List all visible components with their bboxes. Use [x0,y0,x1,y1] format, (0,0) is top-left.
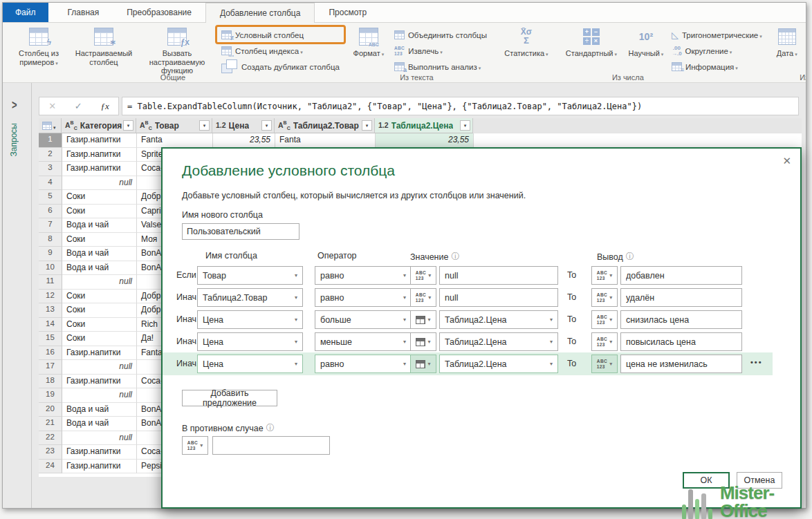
row-number[interactable]: 10 [39,261,62,276]
row-number[interactable]: 16 [39,346,62,361]
ribbon-button[interactable]: ≠Условный столбец [221,29,340,41]
filter-button[interactable]: ▾ [199,120,210,131]
row-number[interactable]: 7 [39,218,62,233]
row-number[interactable]: 3 [39,162,62,176]
row-number[interactable]: 2 [39,148,62,162]
tab-Главная[interactable]: Главная [54,3,113,22]
table-cell[interactable]: Газир.напитки [62,133,137,148]
tab-Добавление столбца[interactable]: Добавление столбца [205,3,315,23]
table-cell[interactable]: null [62,388,137,403]
table-cell[interactable]: Соки [62,233,137,247]
table-cell[interactable]: Газир.напитки [62,460,137,474]
row-number[interactable]: 8 [39,233,62,247]
row-number[interactable]: 4 [39,176,62,191]
ribbon-button[interactable]: Объединить столбцы [394,29,487,41]
fx-icon[interactable]: ƒx [100,101,109,112]
ribbon-button[interactable]: ∗Настраиваемый столбец [71,25,136,68]
cancel-formula-icon[interactable]: ✕ [48,101,56,111]
ribbon-button[interactable]: ABCФормат▾ [347,25,391,59]
ribbon-button[interactable]: aВыполнить анализ▾ [394,61,487,73]
value-type-button[interactable]: ABC123▾ [410,266,436,285]
table-cell[interactable]: Соки [62,303,137,318]
ribbon-button[interactable]: 10²Научный▾ [624,25,668,59]
expand-pane-icon[interactable]: > [12,97,17,111]
table-header-cell[interactable]: ABCКатегория▾ [62,118,136,133]
column-dropdown[interactable]: Цена▾ [197,310,303,329]
tab-Просмотр[interactable]: Просмотр [315,3,380,22]
filter-button[interactable]: ▾ [123,120,133,131]
value-type-button[interactable]: ▾ [410,355,436,373]
table-cell[interactable]: Соки [62,190,137,205]
row-number[interactable]: 17 [39,360,62,375]
row-number[interactable]: 6 [39,205,62,219]
value-input[interactable] [439,288,558,307]
filter-button[interactable]: ▾ [362,120,372,131]
formula-input[interactable]: = Table.ExpandTableColumn(Источник, "Таб… [122,97,799,115]
column-dropdown[interactable]: Таблица2.Товар▾ [197,288,303,307]
table-cell[interactable]: Вода и чай [62,247,137,261]
value-type-button[interactable]: ABC123▾ [410,288,436,307]
table-cell[interactable]: Газир.напитки [62,346,137,361]
table-cell[interactable]: Газир.напитки [62,162,137,176]
table-cell[interactable]: Соки [62,205,137,219]
table-cell[interactable]: null [62,360,137,375]
operator-dropdown[interactable]: равно▾ [315,266,412,285]
ribbon-button[interactable]: ◺Тригонометрические▾ [672,29,762,41]
ribbon-button[interactable]: Время▾ [805,25,806,59]
value-dropdown[interactable]: Таблица2.Цена▾ [439,310,558,329]
filter-button[interactable]: ▾ [261,120,272,131]
filter-button[interactable]: ▾ [460,120,470,131]
table-cell[interactable]: Соки [62,318,137,332]
output-type-button[interactable]: ABC123▾ [591,355,618,373]
value-dropdown[interactable]: Таблица2.Цена▾ [439,332,558,351]
output-type-button[interactable]: ABC123▾ [591,310,618,329]
ribbon-button[interactable]: .00→.0Округление▾ [672,45,762,57]
row-number[interactable]: 9 [39,247,62,261]
ribbon-button[interactable]: +−÷×Стандартный▾ [559,25,624,59]
tab-file[interactable]: Файл [3,3,48,22]
table-cell[interactable]: Вода и чай [62,218,137,233]
ribbon-button[interactable]: ≡Информация▾ [672,61,762,73]
operator-dropdown[interactable]: равно▾ [315,288,412,307]
row-number[interactable]: 13 [39,303,62,318]
operator-dropdown[interactable]: равно▾ [315,355,412,373]
row-number[interactable]: 24 [39,460,62,474]
table-cell[interactable]: Газир.напитки [62,445,137,460]
output-input[interactable] [620,266,742,285]
table-header-cell[interactable]: 1.2Цена▾ [212,118,275,133]
select-all-cell[interactable]: ▾ [39,118,62,133]
operator-dropdown[interactable]: больше▾ [315,310,412,329]
table-cell[interactable]: Соки [62,290,137,304]
row-number[interactable]: 23 [39,445,62,460]
table-cell[interactable]: Вода и чай [62,417,137,431]
row-number[interactable]: 1 [39,133,62,148]
ribbon-button[interactable]: X̄σΣСтатистика▾ [494,25,559,59]
ribbon-button[interactable]: Дата▾ [769,25,805,59]
value-type-button[interactable]: ▾ [410,332,436,351]
queries-pane-collapsed[interactable]: > Запросы [3,83,32,508]
value-type-button[interactable]: ▾ [410,310,436,329]
table-header-cell[interactable]: ABCТаблица2.Товар▾ [275,118,375,133]
row-number[interactable]: 12 [39,290,62,304]
column-dropdown[interactable]: Цена▾ [197,355,303,373]
table-cell[interactable]: Вода и чай [62,261,137,276]
output-type-button[interactable]: ABC123▾ [591,266,618,285]
row-menu-dots[interactable]: ••• [750,358,763,366]
row-number[interactable]: 19 [39,388,62,403]
operator-dropdown[interactable]: меньше▾ [315,332,412,351]
table-cell[interactable]: Соки [62,332,137,346]
output-type-button[interactable]: ABC123▾ [591,332,618,351]
row-number[interactable]: 20 [39,403,62,417]
ribbon-button[interactable]: ƒxВызвать настраиваемую функцию [136,25,218,77]
table-header-cell[interactable]: 1.2Таблица2.Цена▾ [375,118,473,133]
table-cell[interactable]: Fanta [137,133,213,148]
output-input[interactable] [620,355,742,373]
table-cell[interactable]: null [62,275,137,290]
output-input[interactable] [620,288,742,307]
table-header-cell[interactable]: ABCТовар▾ [136,118,212,133]
ribbon-button[interactable]: Создать дубликат столбца [221,61,340,73]
row-number[interactable]: 15 [39,332,62,346]
otherwise-type-button[interactable]: ABC123▾ [182,436,208,455]
table-cell[interactable]: Газир.напитки [62,148,137,162]
otherwise-input[interactable] [212,436,330,455]
